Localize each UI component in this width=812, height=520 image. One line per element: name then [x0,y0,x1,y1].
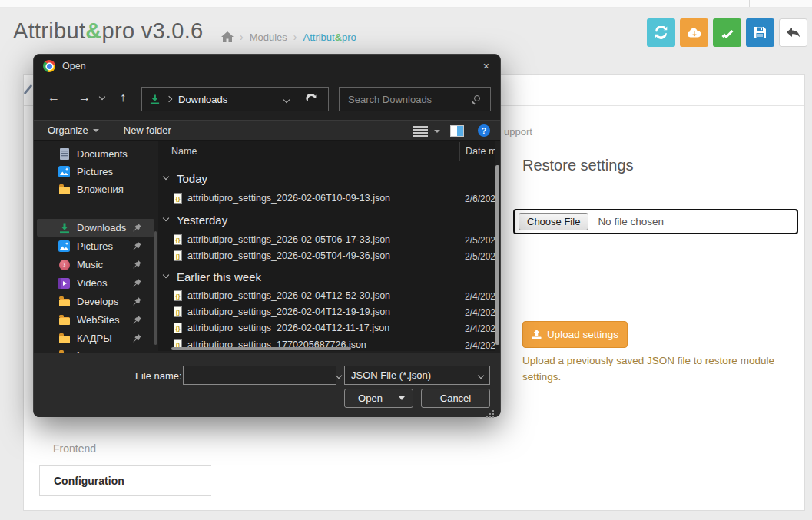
check-icon [721,28,734,38]
confirm-button[interactable] [713,18,741,47]
sidebar-item-pictures-pinned[interactable]: Pictures [34,237,158,255]
organize-button[interactable]: Organize [48,124,88,136]
save-button[interactable] [746,18,774,47]
column-divider[interactable] [459,142,460,161]
page-title-post: pro v3.0.6 [102,18,204,43]
cloud-download-button[interactable] [680,18,708,47]
tab-configuration[interactable]: Configuration [39,465,211,496]
pin-icon [132,315,141,324]
view-mode-icon[interactable] [413,126,428,137]
file-type-select[interactable]: JSON File (*.json) [344,366,490,385]
file-name-input[interactable] [183,366,336,385]
resize-grip[interactable] [492,410,494,412]
dialog-toolbar: Organize New folder ? [34,120,500,141]
breadcrumb-current-amp: & [335,31,342,43]
list-vertical-scrollbar[interactable] [495,165,499,345]
restore-help-text: Upload a previously saved JSON file to r… [522,353,805,386]
breadcrumb-separator: › [293,31,297,43]
column-name[interactable]: Name [171,146,197,157]
sidebar-item-vlozheniya[interactable]: Вложения [34,181,158,198]
dialog-titlebar[interactable]: Open × [34,55,500,78]
sidebar-item-music[interactable]: ♪ Music [34,256,158,273]
file-name-dropdown-chevron-icon[interactable] [336,373,342,379]
breadcrumb-current[interactable]: Attribut&pro [303,31,356,43]
document-icon [58,148,70,160]
breadcrumb-modules[interactable]: Modules [250,31,287,43]
undo-arrow-icon [787,28,800,38]
column-date-modified[interactable]: Date mc [466,146,495,157]
wrench-icon [24,84,33,94]
sidebar-divider [43,214,151,214]
new-folder-button[interactable]: New folder [124,124,171,136]
dialog-sidebar: Documents Pictures Вложения Downloads Pi… [34,141,158,353]
json-file-icon: {} [174,290,182,301]
search-box[interactable]: Search Downloads [339,87,491,111]
search-icon [474,95,480,101]
header-action-buttons [647,18,807,47]
group-header-yesterday[interactable]: Yesterday [158,210,495,229]
home-icon[interactable] [221,31,234,42]
group-header-earlier-this-week[interactable]: Earlier this week [158,267,495,286]
preview-pane-icon[interactable] [450,125,464,137]
no-file-chosen-label: No file chosen [598,216,664,227]
file-row[interactable]: {} attributipro_settings_2026-02-05T04-4… [158,248,495,264]
file-row[interactable]: {} attributipro_settings_2026-02-04T12-1… [158,320,495,336]
sidebar-item-documents[interactable]: Documents [34,145,158,163]
address-dropdown-chevron-icon[interactable] [283,97,290,103]
downloads-location-icon [150,94,160,104]
help-icon[interactable]: ? [478,124,490,137]
address-location[interactable]: Downloads [178,94,227,105]
file-row[interactable]: {} attributipro_settings_2026-02-06T10-0… [158,190,495,207]
file-name-label: File name: [135,370,182,382]
pin-icon [132,260,141,269]
undo-button[interactable] [779,18,807,47]
forward-button[interactable]: → [78,91,91,104]
address-bar[interactable]: Downloads [141,87,329,111]
folder-icon [58,184,70,195]
file-row[interactable]: {} attributipro_settings_2026-02-05T06-1… [158,232,495,248]
tab-frontend[interactable]: Frontend [53,442,96,455]
json-file-icon: {} [174,323,182,333]
back-button[interactable]: ← [48,91,60,104]
up-button[interactable]: ↑ [120,91,126,104]
open-dropdown-icon[interactable] [399,396,405,400]
open-button[interactable]: Open [344,389,413,408]
list-horizontal-scrollbar[interactable] [171,347,351,350]
file-row[interactable]: {} attributipro_settings_2026-02-04T12-5… [158,288,495,304]
breadcrumb-separator: › [240,31,244,43]
sidebar-item-pictures[interactable]: Pictures [34,163,158,181]
videos-icon [58,277,70,289]
refresh-button[interactable] [647,18,675,47]
save-icon [754,27,766,38]
group-header-today[interactable]: Today [158,169,495,187]
sidebar-scrollbar[interactable] [154,231,157,345]
sidebar-item-kadry[interactable]: КАДРЫ [34,330,158,347]
pictures-icon [58,166,70,177]
file-row[interactable]: {} attributipro_settings_2026-02-04T12-1… [158,304,495,320]
cancel-button[interactable]: Cancel [421,389,490,408]
folder-icon [58,333,70,344]
chevron-down-icon [163,174,169,180]
divider [502,147,806,147]
restore-file-input[interactable]: Choose File No file chosen [513,209,798,234]
file-type-value: JSON File (*.json) [351,369,431,381]
sidebar-item-videos[interactable]: Videos [34,274,158,292]
list-column-header: Name Date mc [158,141,495,162]
file-type-chevron-icon [478,373,484,379]
pin-icon [132,223,141,232]
upload-settings-button[interactable]: Upload settings [522,321,628,348]
support-heading-fragment: upport [504,126,532,137]
address-refresh-icon[interactable] [306,94,317,105]
open-file-dialog: Open × ← → ↑ Downloads Search Downloads … [33,54,501,417]
view-mode-caret-icon[interactable] [434,130,440,133]
page-title-amp: & [85,18,101,43]
close-icon[interactable]: × [483,60,489,72]
sidebar-item-downloads[interactable]: Downloads [37,219,154,237]
recent-locations-chevron-icon[interactable] [99,94,105,100]
search-input[interactable]: Search Downloads [348,94,432,105]
choose-file-button[interactable]: Choose File [519,213,588,230]
tab-configuration-label: Configuration [54,475,124,487]
sidebar-item-websites[interactable]: WebSites [34,311,158,329]
organize-caret-icon [93,129,99,132]
sidebar-item-develops[interactable]: Develops [34,293,158,310]
